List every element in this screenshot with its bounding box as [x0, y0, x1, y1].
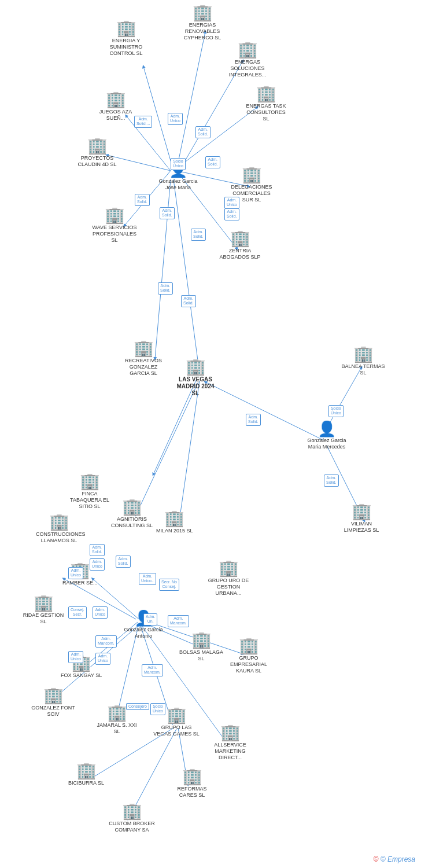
node-milan-2015: 🏢 MILAN 2015 SL [156, 510, 193, 534]
company-building-icon: 🏢 [191, 632, 212, 648]
svg-line-16 [179, 381, 200, 521]
company-building-icon: 🏢 [164, 510, 184, 527]
node-energas-task: 🏢 ENERGAS TASK CONSULTORES SL [243, 86, 289, 122]
watermark-symbol: © [374, 855, 379, 863]
badge-adm-unico-a2: Adm.Unico [68, 567, 83, 579]
company-label: FINCA TABAQUERA EL SITIO SL [67, 491, 113, 509]
badge-adm-solid-a2: Adm.Solid. [116, 556, 131, 568]
graph-container: 🏢 ENERGIAS RENOVABLES CYPHERCO SL 🏢 ENER… [0, 0, 421, 868]
company-label: BALNEA TERMAS SL [340, 363, 386, 376]
company-label: ENERGIA Y SUMINISTRO CONTROL SL [103, 38, 149, 56]
badge-adm-solid-6: Adm.Solid. [135, 194, 150, 206]
node-energias-renovables: 🏢 ENERGIAS RENOVABLES CYPHERCO SL [179, 5, 226, 41]
badge-adm-solid-m2: Adm.Solid. [324, 475, 339, 487]
company-label: RIDAE GESTION SL [20, 612, 67, 625]
svg-line-9 [155, 179, 171, 359]
badge-secr-no-consej: Secr. NoConsej. [159, 579, 179, 591]
company-building-icon: 🏢 [116, 20, 136, 36]
node-grupo-empresarial: 🏢 GRUPO EMPRESARIAL KAURA SL [226, 638, 272, 674]
company-label: ALLSERVICE MARKETING DIRECT... [207, 742, 253, 760]
node-construcciones: 🏢 CONSTRUCCIONES LLANAMOS SL [36, 514, 82, 544]
company-building-icon: 🏢 [352, 503, 372, 520]
company-building-icon: 🏢 [34, 595, 54, 611]
company-building-icon: 🏢 [43, 687, 64, 704]
company-building-icon: 🏢 [80, 473, 100, 490]
company-building-icon: 🏢 [182, 768, 202, 785]
company-label: ENERGAS TASK CONSULTORES SL [243, 103, 289, 122]
company-label: JUEGOS AZA SUEÑ... [93, 109, 139, 122]
badge-adm-mancom-2: Adm.Mancom. [95, 635, 117, 648]
node-reformas-cares: 🏢 REFORMAS CARES SL [169, 768, 215, 799]
company-label: RAMBER SE... [62, 580, 98, 586]
node-viliman: 🏢 VILIMAN LIMPIEZAS SL [338, 503, 385, 534]
badge-adm-unico-a1: Adm.Unico [90, 558, 105, 571]
svg-line-15 [136, 382, 198, 515]
svg-line-10 [173, 179, 200, 373]
company-building-icon: 🏢 [219, 560, 239, 576]
company-label: MILAN 2015 SL [156, 528, 193, 534]
company-label: GRUPO EMPRESARIAL KAURA SL [226, 655, 272, 674]
badge-adm-unico-a7: Adm.Unico [68, 651, 83, 663]
company-building-icon: 🏢 [238, 42, 258, 58]
person-label: Gonzalez Garcia Antonio [120, 627, 167, 639]
company-building-icon: 🏢 [107, 705, 127, 721]
badge-adm-solid-4: Adm.Solid. [224, 208, 239, 220]
company-building-icon: 🏢 [76, 763, 97, 779]
badge-adm-solid-a1: Adm.Solid. [90, 544, 105, 556]
badge-adm-solid-3: Adm.Solid. [205, 156, 220, 168]
badge-adm-unico-1: Adm.Unico [168, 113, 183, 125]
company-label: JAMARAL S. XXI SL [94, 722, 140, 735]
badge-socio-unico-2: SocioÚnico [328, 405, 344, 417]
company-label: GRUPO LAS VEGAS GAMES SL [153, 724, 200, 737]
badge-adm-mancom-1: Adm.Mancom. [168, 615, 189, 627]
person-label: Gonzalez Garcia Maria Mercedes [304, 437, 350, 450]
company-label: ENERGIAS RENOVABLES CYPHERCO SL [179, 22, 226, 41]
node-juegos-aza: 🏢 JUEGOS AZA SUEÑ... [93, 91, 139, 122]
company-building-icon: 🏢 [49, 514, 69, 530]
company-label: LAS VEGAS MADRID 2024 SL [172, 376, 219, 397]
node-bolsas-malaga: 🏢 BOLSAS MALAGA SL [178, 632, 224, 662]
badge-adm-unico-a6: Adm.Unico [95, 653, 110, 665]
company-label: REFORMAS CARES SL [169, 786, 215, 799]
person-label: Gonzalez Garcia Jose Maria [155, 178, 201, 191]
company-label: BICIBURRA SL [68, 780, 104, 786]
node-energas-soluciones: 🏢 ENERGAS SOLUCIONES INTEGRALES... [224, 42, 271, 78]
node-allservice: 🏢 ALLSERVICE MARKETING DIRECT... [207, 724, 253, 760]
company-building-icon: 🏢 [230, 230, 250, 247]
badge-adm-mancom-3: Adm.Mancom. [142, 664, 163, 676]
badge-adm-unico-2: Adm.Unico [224, 197, 239, 209]
company-label: GONZALEZ FONT SCIV [30, 705, 76, 718]
company-building-icon: 🏢 [134, 340, 154, 356]
company-building-icon: 🏢 [193, 5, 213, 21]
badge-adm-unico-a4: Adm.Unico [93, 606, 108, 619]
company-building-icon: 🏢 [87, 138, 108, 154]
badge-adm-solid-m1: Adm.Solid. [246, 414, 261, 426]
node-proyectos-claudin: 🏢 PROYECTOS CLAUDIN 4D SL [74, 138, 120, 168]
company-label: PROYECTOS CLAUDIN 4D SL [74, 155, 120, 168]
badge-adm-unico-a3: Adm.Unico.. [139, 573, 156, 585]
node-biciburra: 🏢 BICIBURRA SL [68, 763, 104, 786]
badge-consejero: Consejero [126, 703, 149, 710]
node-finca-tabaquera: 🏢 FINCA TABAQUERA EL SITIO SL [67, 473, 113, 509]
company-label: WAVE SERVICIOS PROFESIONALES SL [91, 225, 138, 243]
company-label: CONSTRUCCIONES LLANAMOS SL [36, 531, 82, 544]
company-label: BOLSAS MALAGA SL [178, 649, 224, 662]
company-building-icon: 🏢 [239, 638, 259, 654]
badge-adm-solid-1: Adm.Solid.... [134, 116, 152, 128]
person-icon: 👤 [317, 421, 336, 436]
badge-adm-solid-5: Adm.Solid. [191, 229, 206, 241]
company-label: VILIMAN LIMPIEZAS SL [338, 521, 385, 534]
company-building-icon: 🏢 [167, 707, 187, 723]
node-grupo-uro: 🏢 GRUPO URO DE GESTION URBANA... [205, 560, 252, 596]
company-building-icon: 🏢 [105, 207, 125, 223]
company-label: GRUPO URO DE GESTION URBANA... [205, 578, 252, 596]
node-balnea-termas: 🏢 BALNEA TERMAS SL [340, 346, 386, 376]
badge-adm-solid-7: Adm.Solid. [160, 207, 175, 219]
company-label: AGNITIORIS CONSULTING SL [109, 516, 155, 529]
company-building-icon: 🏢 [242, 167, 262, 183]
node-recreativos: 🏢 RECREATIVOS GONZALEZ GARCIA SL [120, 340, 167, 376]
node-zentria: 🏢 ZENTRIA ABOGADOS SLP [217, 230, 263, 260]
company-building-icon: 🏢 [106, 91, 126, 108]
badge-adm-un-a5: Adm.Un. [143, 613, 157, 626]
badge-socio-unico-3: SocioÚnico [150, 703, 165, 715]
